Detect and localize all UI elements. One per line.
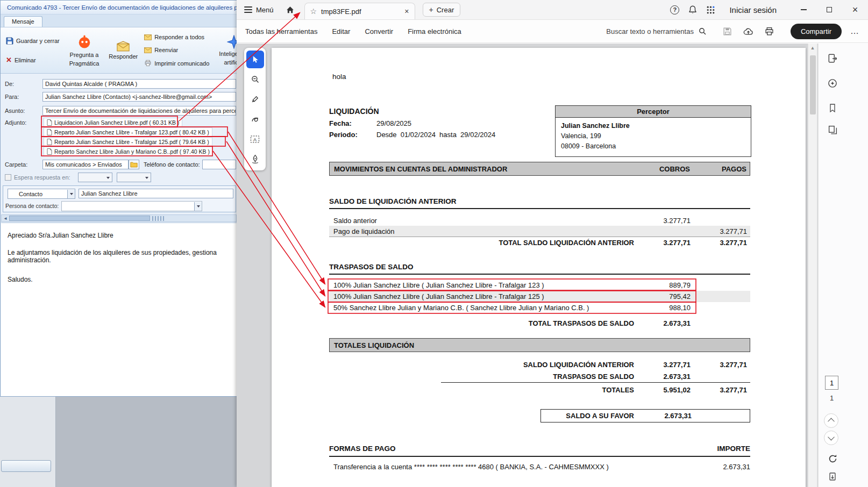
tool-rail: A — [244, 48, 266, 170]
zoom-tool[interactable] — [246, 70, 264, 88]
document-tab[interactable]: ☆ tmp83FE.pdf × — [304, 3, 415, 19]
splitter-grip[interactable] — [152, 216, 164, 221]
tab-close-icon[interactable]: × — [404, 7, 409, 16]
attachment-item[interactable]: Reparto Sanchez Llibre Julian y Mariano … — [44, 147, 213, 156]
attachment-item[interactable]: Reparto Julian Sanchez Llibre - Trafalga… — [44, 137, 212, 146]
plus-icon: + — [429, 5, 433, 14]
table-row: Pago de liquidación 3.277,71 — [329, 226, 750, 237]
minimize-button[interactable] — [791, 0, 816, 20]
refresh-button[interactable] — [825, 451, 840, 466]
scrollbar-thumb[interactable] — [9, 216, 150, 221]
contacto-value-input[interactable]: Julian Sanchez Llibre — [79, 189, 233, 198]
apps-grid-icon[interactable] — [706, 5, 715, 15]
de-input[interactable]: David Quintas Alcalde ( PRAGMA ) — [42, 79, 236, 89]
search-box[interactable]: Buscar texto o herramientas — [606, 27, 707, 35]
movimientos-header-bar: MOVIMIENTOS EN CUENTAS DEL ADMINISTRADOR… — [329, 162, 750, 176]
favorite-star-icon[interactable]: ☆ — [310, 7, 317, 16]
total-pagos: 3.277,71 — [691, 239, 750, 247]
save-copy-button[interactable] — [825, 469, 840, 484]
print-message-button[interactable]: Imprimir comunicado — [142, 59, 211, 68]
cloud-upload-icon — [743, 27, 753, 35]
table-row: TOTALES 5.951,02 3.277,71 — [329, 383, 750, 397]
carpeta-input[interactable]: Mis comunicados > Enviados — [42, 160, 129, 169]
contact-panel: Contacto Julian Sanchez Llibre Persona d… — [3, 185, 236, 212]
para-input[interactable]: Julian Sanchez Llibre (Contacto) <j-sanc… — [42, 92, 236, 102]
print-button[interactable] — [765, 27, 774, 36]
tab-mensaje[interactable]: Mensaje — [4, 16, 42, 27]
ask-pragmatica-button[interactable]: Pregunta a Pragmática — [66, 30, 103, 71]
dropdown-button[interactable] — [194, 202, 202, 211]
delete-icon: ✕ — [6, 58, 12, 63]
formas-title: FORMAS DE PAGO — [329, 445, 717, 453]
attachment-item[interactable]: Reparto Julian Sanchez Llibre - Trafalga… — [44, 127, 212, 137]
previous-page-button[interactable] — [824, 413, 838, 428]
page-number-input[interactable]: 1 — [825, 376, 838, 390]
espera-date-input[interactable] — [78, 173, 112, 182]
telefono-input[interactable] — [202, 160, 236, 169]
attachment-item[interactable]: Liquidacion Julian Sanchez Llibre.pdf ( … — [44, 118, 182, 127]
contacto-type-dropdown[interactable]: Contacto — [8, 189, 75, 199]
select-tool[interactable] — [246, 51, 264, 68]
page-thumbnails-button[interactable] — [825, 122, 840, 137]
select-text-tool[interactable]: A — [246, 130, 264, 148]
share-button[interactable]: Compartir — [791, 24, 842, 39]
maximize-button[interactable] — [816, 0, 842, 20]
more-options-button[interactable]: … — [850, 26, 859, 36]
persona-contacto-dropdown[interactable] — [61, 201, 202, 211]
highlight-tool[interactable] — [246, 90, 264, 108]
notifications-bell-icon[interactable] — [688, 5, 698, 15]
create-button[interactable]: + Crear — [423, 3, 461, 17]
horizontal-scrollbar[interactable]: ◄ — [1, 214, 237, 222]
asunto-label: Asunto: — [5, 108, 42, 114]
minimize-icon — [801, 9, 807, 10]
svg-text:A: A — [253, 137, 257, 142]
background-button[interactable] — [1, 460, 51, 472]
espera-time-input[interactable] — [117, 173, 151, 182]
scroll-left-icon[interactable]: ◄ — [2, 216, 9, 221]
select-cursor-icon — [251, 55, 260, 64]
forma-pago-label: Transferencia a la cuenta **** **** ****… — [329, 463, 696, 471]
ai-assistant-button[interactable] — [825, 76, 840, 91]
help-button[interactable]: ? — [670, 5, 679, 15]
bookmarks-button[interactable] — [825, 101, 840, 116]
next-page-button[interactable] — [824, 431, 838, 445]
espera-checkbox[interactable] — [5, 174, 11, 181]
save-close-button[interactable]: Guardar y cerrar — [4, 36, 62, 46]
close-button[interactable]: × — [842, 0, 868, 20]
reply-button[interactable]: Responder — [105, 30, 141, 71]
nav-esign[interactable]: Firma electrónica — [408, 27, 461, 35]
field-row-carpeta: Carpeta: Mis comunicados > Enviados Telé… — [5, 160, 236, 169]
sign-in-button[interactable]: Iniciar sesión — [729, 5, 777, 15]
asunto-input[interactable]: Tercer Envío de documentación de liquida… — [42, 106, 236, 116]
row-label: Pago de liquidación — [329, 227, 639, 235]
nav-all-tools[interactable]: Todas las herramientas — [245, 27, 317, 35]
vertical-scrollbar[interactable]: ▲ — [808, 44, 817, 487]
export-pdf-button[interactable] — [825, 51, 840, 66]
delete-button[interactable]: ✕ Eliminar — [4, 56, 62, 65]
save-button[interactable] — [723, 27, 732, 36]
print-message-icon — [144, 60, 152, 67]
fill-sign-tool[interactable] — [246, 150, 264, 168]
draw-squiggle-icon — [251, 114, 260, 124]
forward-button[interactable]: Reenviar — [142, 46, 211, 54]
espera-label: Espera respuesta en: — [14, 174, 70, 181]
de-label: De: — [5, 81, 42, 87]
printer-icon — [765, 27, 774, 36]
home-button[interactable] — [286, 5, 295, 15]
folder-picker-button[interactable] — [129, 160, 139, 169]
scrollbar-thumb[interactable] — [810, 55, 816, 114]
draw-tool[interactable] — [246, 110, 264, 128]
search-placeholder: Buscar texto o herramientas — [606, 27, 694, 35]
folder-icon — [130, 162, 138, 168]
nav-convert[interactable]: Convertir — [365, 27, 393, 35]
menu-button[interactable]: Menú — [244, 6, 274, 14]
upload-cloud-button[interactable] — [743, 27, 753, 35]
scroll-up-icon[interactable]: ▲ — [808, 45, 817, 51]
total-label: TOTAL SALDO LIQUIDACIÓN ANTERIOR — [329, 239, 639, 247]
totales-rows: SALDO LIQUIDACIÓN ANTERIOR 3.277,71 3.27… — [329, 359, 750, 397]
dropdown-button[interactable] — [67, 190, 75, 198]
message-body[interactable]: Apreciado Sr/a.Julian Sanchez Llibre Le … — [1, 223, 237, 396]
maximize-icon — [827, 7, 832, 12]
reply-all-button[interactable]: Responder a todos — [142, 33, 211, 41]
nav-edit[interactable]: Editar — [332, 27, 350, 35]
